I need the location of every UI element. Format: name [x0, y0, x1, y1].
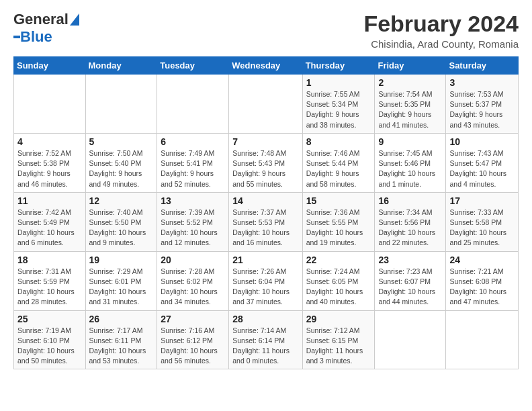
calendar-cell: 27Sunrise: 7:16 AM Sunset: 6:12 PM Dayli… [157, 310, 229, 369]
logo-general: General [13, 11, 69, 28]
weekday-header-thursday: Thursday [302, 57, 375, 75]
day-info: Sunrise: 7:21 AM Sunset: 6:08 PM Dayligh… [449, 267, 515, 308]
calendar-cell: 19Sunrise: 7:29 AM Sunset: 6:01 PM Dayli… [85, 251, 157, 310]
calendar-cell: 24Sunrise: 7:21 AM Sunset: 6:08 PM Dayli… [446, 251, 519, 310]
calendar-cell: 3Sunrise: 7:53 AM Sunset: 5:37 PM Daylig… [446, 75, 519, 134]
calendar-cell: 2Sunrise: 7:54 AM Sunset: 5:35 PM Daylig… [375, 75, 446, 134]
day-number: 26 [89, 314, 154, 324]
day-info: Sunrise: 7:54 AM Sunset: 5:35 PM Dayligh… [378, 89, 442, 130]
day-info: Sunrise: 7:19 AM Sunset: 6:10 PM Dayligh… [17, 326, 82, 367]
day-number: 28 [232, 314, 298, 324]
calendar-cell: 18Sunrise: 7:31 AM Sunset: 5:59 PM Dayli… [14, 251, 86, 310]
calendar-cell: 13Sunrise: 7:39 AM Sunset: 5:52 PM Dayli… [157, 192, 229, 251]
day-number: 16 [378, 195, 442, 206]
day-number: 14 [232, 195, 298, 206]
day-number: 4 [17, 136, 82, 147]
calendar-cell: 10Sunrise: 7:43 AM Sunset: 5:47 PM Dayli… [446, 133, 519, 192]
day-number: 6 [161, 136, 225, 147]
day-number: 20 [161, 255, 225, 265]
weekday-header-sunday: Sunday [14, 57, 86, 75]
day-info: Sunrise: 7:14 AM Sunset: 6:14 PM Dayligh… [232, 326, 298, 367]
calendar-cell: 14Sunrise: 7:37 AM Sunset: 5:53 PM Dayli… [229, 192, 302, 251]
day-info: Sunrise: 7:42 AM Sunset: 5:49 PM Dayligh… [17, 208, 82, 248]
day-number: 27 [161, 314, 225, 324]
day-info: Sunrise: 7:49 AM Sunset: 5:41 PM Dayligh… [161, 148, 225, 189]
calendar-cell: 6Sunrise: 7:49 AM Sunset: 5:41 PM Daylig… [157, 133, 229, 192]
calendar-week-1: 1Sunrise: 7:55 AM Sunset: 5:34 PM Daylig… [14, 75, 519, 134]
calendar-cell: 21Sunrise: 7:26 AM Sunset: 6:04 PM Dayli… [229, 251, 302, 310]
day-number: 3 [449, 77, 515, 88]
calendar-cell [157, 75, 229, 134]
logo: General Blue [13, 11, 79, 46]
calendar-cell: 26Sunrise: 7:17 AM Sunset: 6:11 PM Dayli… [85, 310, 157, 369]
day-info: Sunrise: 7:17 AM Sunset: 6:11 PM Dayligh… [89, 326, 154, 367]
calendar-cell [446, 310, 519, 369]
day-number: 17 [449, 195, 515, 206]
day-number: 29 [306, 314, 371, 324]
calendar-cell: 16Sunrise: 7:34 AM Sunset: 5:56 PM Dayli… [375, 192, 446, 251]
calendar-cell: 28Sunrise: 7:14 AM Sunset: 6:14 PM Dayli… [229, 310, 302, 369]
calendar-table: SundayMondayTuesdayWednesdayThursdayFrid… [13, 56, 519, 369]
day-number: 10 [449, 136, 515, 147]
calendar-cell [229, 75, 302, 134]
day-number: 11 [17, 195, 82, 206]
calendar-cell: 11Sunrise: 7:42 AM Sunset: 5:49 PM Dayli… [14, 192, 86, 251]
day-info: Sunrise: 7:24 AM Sunset: 6:05 PM Dayligh… [306, 267, 371, 308]
day-info: Sunrise: 7:39 AM Sunset: 5:52 PM Dayligh… [161, 208, 225, 248]
day-info: Sunrise: 7:55 AM Sunset: 5:34 PM Dayligh… [306, 89, 371, 130]
day-number: 22 [306, 255, 371, 265]
calendar-cell: 15Sunrise: 7:36 AM Sunset: 5:55 PM Dayli… [302, 192, 375, 251]
weekday-header-monday: Monday [85, 57, 157, 75]
calendar-cell: 12Sunrise: 7:40 AM Sunset: 5:50 PM Dayli… [85, 192, 157, 251]
calendar-week-5: 25Sunrise: 7:19 AM Sunset: 6:10 PM Dayli… [14, 310, 519, 369]
calendar-cell: 23Sunrise: 7:23 AM Sunset: 6:07 PM Dayli… [375, 251, 446, 310]
calendar-cell: 20Sunrise: 7:28 AM Sunset: 6:02 PM Dayli… [157, 251, 229, 310]
day-info: Sunrise: 7:36 AM Sunset: 5:55 PM Dayligh… [306, 208, 371, 248]
day-info: Sunrise: 7:26 AM Sunset: 6:04 PM Dayligh… [232, 267, 298, 308]
day-info: Sunrise: 7:31 AM Sunset: 5:59 PM Dayligh… [17, 267, 82, 308]
calendar-cell: 22Sunrise: 7:24 AM Sunset: 6:05 PM Dayli… [302, 251, 375, 310]
day-info: Sunrise: 7:43 AM Sunset: 5:47 PM Dayligh… [449, 148, 515, 189]
calendar-cell: 1Sunrise: 7:55 AM Sunset: 5:34 PM Daylig… [302, 75, 375, 134]
day-info: Sunrise: 7:52 AM Sunset: 5:38 PM Dayligh… [17, 148, 82, 189]
calendar-cell [14, 75, 86, 134]
calendar-header: SundayMondayTuesdayWednesdayThursdayFrid… [14, 57, 519, 75]
weekday-header-tuesday: Tuesday [157, 57, 229, 75]
day-number: 19 [89, 255, 154, 265]
day-info: Sunrise: 7:16 AM Sunset: 6:12 PM Dayligh… [161, 326, 225, 367]
day-number: 7 [232, 136, 298, 147]
day-number: 23 [378, 255, 442, 265]
day-info: Sunrise: 7:28 AM Sunset: 6:02 PM Dayligh… [161, 267, 225, 308]
weekday-header-saturday: Saturday [446, 57, 519, 75]
day-number: 8 [306, 136, 371, 147]
day-info: Sunrise: 7:50 AM Sunset: 5:40 PM Dayligh… [89, 148, 154, 189]
weekday-header-row: SundayMondayTuesdayWednesdayThursdayFrid… [14, 57, 519, 75]
day-info: Sunrise: 7:48 AM Sunset: 5:43 PM Dayligh… [232, 148, 298, 189]
day-number: 1 [306, 77, 371, 88]
calendar-week-3: 11Sunrise: 7:42 AM Sunset: 5:49 PM Dayli… [14, 192, 519, 251]
day-info: Sunrise: 7:29 AM Sunset: 6:01 PM Dayligh… [89, 267, 154, 308]
day-info: Sunrise: 7:34 AM Sunset: 5:56 PM Dayligh… [378, 208, 442, 248]
day-info: Sunrise: 7:12 AM Sunset: 6:15 PM Dayligh… [306, 326, 371, 367]
main-title: February 2024 [363, 11, 519, 37]
day-number: 13 [161, 195, 225, 206]
title-area: February 2024 Chisindia, Arad County, Ro… [363, 11, 519, 50]
calendar-week-4: 18Sunrise: 7:31 AM Sunset: 5:59 PM Dayli… [14, 251, 519, 310]
calendar-body: 1Sunrise: 7:55 AM Sunset: 5:34 PM Daylig… [14, 75, 519, 369]
day-number: 5 [89, 136, 154, 147]
day-info: Sunrise: 7:45 AM Sunset: 5:46 PM Dayligh… [378, 148, 442, 189]
day-info: Sunrise: 7:23 AM Sunset: 6:07 PM Dayligh… [378, 267, 442, 308]
weekday-header-wednesday: Wednesday [229, 57, 302, 75]
page-header: General Blue February 2024 Chisindia, Ar… [13, 11, 519, 50]
day-number: 15 [306, 195, 371, 206]
logo-blue: Blue [20, 28, 52, 46]
day-number: 24 [449, 255, 515, 265]
day-info: Sunrise: 7:33 AM Sunset: 5:58 PM Dayligh… [449, 208, 515, 248]
calendar-cell: 7Sunrise: 7:48 AM Sunset: 5:43 PM Daylig… [229, 133, 302, 192]
day-number: 2 [378, 77, 442, 88]
calendar-week-2: 4Sunrise: 7:52 AM Sunset: 5:38 PM Daylig… [14, 133, 519, 192]
subtitle: Chisindia, Arad County, Romania [363, 38, 519, 50]
day-info: Sunrise: 7:53 AM Sunset: 5:37 PM Dayligh… [449, 89, 515, 130]
calendar-cell: 8Sunrise: 7:46 AM Sunset: 5:44 PM Daylig… [302, 133, 375, 192]
logo-bar-left [13, 36, 20, 38]
